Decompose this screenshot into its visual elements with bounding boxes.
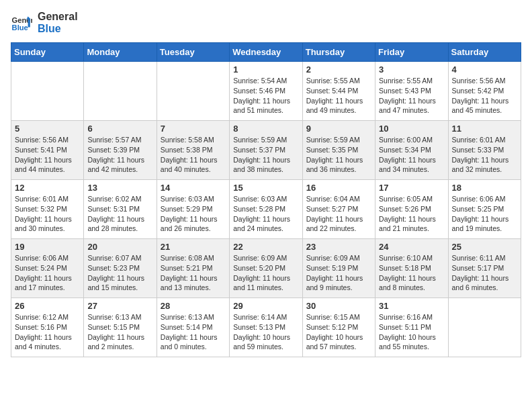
calendar-cell: 22Sunrise: 6:09 AMSunset: 5:20 PMDayligh… — [230, 239, 302, 298]
day-info: Sunrise: 6:07 AMSunset: 5:23 PMDaylight:… — [87, 253, 152, 293]
day-number: 17 — [379, 183, 444, 193]
day-number: 28 — [161, 301, 226, 311]
day-number: 25 — [452, 242, 517, 252]
calendar-cell: 2Sunrise: 5:55 AMSunset: 5:44 PMDaylight… — [302, 62, 375, 121]
day-number: 18 — [452, 183, 517, 193]
calendar-cell: 17Sunrise: 6:05 AMSunset: 5:26 PMDayligh… — [375, 180, 448, 239]
day-info: Sunrise: 5:55 AMSunset: 5:44 PMDaylight:… — [306, 76, 371, 116]
day-number: 9 — [306, 124, 371, 134]
day-info: Sunrise: 6:13 AMSunset: 5:15 PMDaylight:… — [87, 312, 152, 352]
logo-general: General — [38, 11, 78, 23]
day-info: Sunrise: 6:14 AMSunset: 5:13 PMDaylight:… — [233, 312, 298, 352]
day-number: 31 — [379, 301, 444, 311]
calendar-week-1: 5Sunrise: 5:56 AMSunset: 5:41 PMDaylight… — [11, 121, 521, 180]
day-number: 16 — [306, 183, 371, 193]
day-info: Sunrise: 6:06 AMSunset: 5:25 PMDaylight:… — [452, 194, 517, 234]
day-info: Sunrise: 6:03 AMSunset: 5:29 PMDaylight:… — [161, 194, 226, 234]
day-number: 3 — [379, 64, 444, 75]
calendar-cell — [448, 298, 521, 357]
logo: General Blue General Blue — [11, 11, 78, 34]
calendar-cell — [11, 62, 84, 121]
day-info: Sunrise: 5:55 AMSunset: 5:43 PMDaylight:… — [379, 76, 444, 116]
day-number: 7 — [161, 124, 226, 134]
day-number: 26 — [15, 301, 80, 311]
day-info: Sunrise: 6:10 AMSunset: 5:18 PMDaylight:… — [379, 253, 444, 293]
day-info: Sunrise: 6:08 AMSunset: 5:21 PMDaylight:… — [161, 253, 226, 293]
calendar-table: SundayMondayTuesdayWednesdayThursdayFrid… — [11, 42, 521, 357]
day-number: 30 — [306, 301, 371, 311]
day-info: Sunrise: 6:01 AMSunset: 5:33 PMDaylight:… — [452, 135, 517, 175]
calendar-cell: 14Sunrise: 6:03 AMSunset: 5:29 PMDayligh… — [157, 180, 229, 239]
day-info: Sunrise: 6:04 AMSunset: 5:27 PMDaylight:… — [306, 194, 371, 234]
calendar-cell: 16Sunrise: 6:04 AMSunset: 5:27 PMDayligh… — [302, 180, 375, 239]
day-info: Sunrise: 5:59 AMSunset: 5:37 PMDaylight:… — [233, 135, 298, 175]
day-info: Sunrise: 5:56 AMSunset: 5:42 PMDaylight:… — [452, 76, 517, 116]
day-number: 29 — [233, 301, 298, 311]
calendar-cell: 28Sunrise: 6:13 AMSunset: 5:14 PMDayligh… — [157, 298, 229, 357]
day-number: 20 — [87, 242, 152, 252]
day-info: Sunrise: 6:13 AMSunset: 5:14 PMDaylight:… — [161, 312, 226, 352]
day-number: 1 — [233, 64, 298, 75]
calendar-cell: 21Sunrise: 6:08 AMSunset: 5:21 PMDayligh… — [157, 239, 229, 298]
calendar-cell: 9Sunrise: 5:59 AMSunset: 5:35 PMDaylight… — [302, 121, 375, 180]
calendar-cell: 20Sunrise: 6:07 AMSunset: 5:23 PMDayligh… — [84, 239, 157, 298]
day-number: 13 — [87, 183, 152, 193]
col-header-saturday: Saturday — [448, 43, 521, 62]
calendar-cell: 1Sunrise: 5:54 AMSunset: 5:46 PMDaylight… — [230, 62, 302, 121]
day-info: Sunrise: 6:03 AMSunset: 5:28 PMDaylight:… — [233, 194, 298, 234]
day-number: 15 — [233, 183, 298, 193]
calendar-week-3: 19Sunrise: 6:06 AMSunset: 5:24 PMDayligh… — [11, 239, 521, 298]
calendar-week-0: 1Sunrise: 5:54 AMSunset: 5:46 PMDaylight… — [11, 62, 521, 121]
day-number: 4 — [452, 64, 517, 75]
calendar-cell: 26Sunrise: 6:12 AMSunset: 5:16 PMDayligh… — [11, 298, 84, 357]
calendar-cell: 13Sunrise: 6:02 AMSunset: 5:31 PMDayligh… — [84, 180, 157, 239]
day-info: Sunrise: 6:12 AMSunset: 5:16 PMDaylight:… — [15, 312, 80, 352]
col-header-sunday: Sunday — [11, 43, 84, 62]
calendar-cell: 6Sunrise: 5:57 AMSunset: 5:39 PMDaylight… — [84, 121, 157, 180]
calendar-cell: 25Sunrise: 6:11 AMSunset: 5:17 PMDayligh… — [448, 239, 521, 298]
day-info: Sunrise: 5:57 AMSunset: 5:39 PMDaylight:… — [87, 135, 152, 175]
calendar-week-4: 26Sunrise: 6:12 AMSunset: 5:16 PMDayligh… — [11, 298, 521, 357]
calendar-cell: 10Sunrise: 6:00 AMSunset: 5:34 PMDayligh… — [375, 121, 448, 180]
day-number: 22 — [233, 242, 298, 252]
day-number: 19 — [15, 242, 80, 252]
calendar-cell: 11Sunrise: 6:01 AMSunset: 5:33 PMDayligh… — [448, 121, 521, 180]
day-info: Sunrise: 5:58 AMSunset: 5:38 PMDaylight:… — [161, 135, 226, 175]
col-header-monday: Monday — [84, 43, 157, 62]
day-number: 5 — [15, 124, 80, 134]
calendar-cell: 19Sunrise: 6:06 AMSunset: 5:24 PMDayligh… — [11, 239, 84, 298]
calendar-week-2: 12Sunrise: 6:01 AMSunset: 5:32 PMDayligh… — [11, 180, 521, 239]
logo-icon: General Blue — [11, 12, 32, 34]
day-info: Sunrise: 6:01 AMSunset: 5:32 PMDaylight:… — [15, 194, 80, 234]
calendar-cell: 15Sunrise: 6:03 AMSunset: 5:28 PMDayligh… — [230, 180, 302, 239]
calendar-cell: 31Sunrise: 6:16 AMSunset: 5:11 PMDayligh… — [375, 298, 448, 357]
day-info: Sunrise: 6:16 AMSunset: 5:11 PMDaylight:… — [379, 312, 444, 352]
calendar-cell: 5Sunrise: 5:56 AMSunset: 5:41 PMDaylight… — [11, 121, 84, 180]
day-number: 11 — [452, 124, 517, 134]
page-header: General Blue General Blue — [11, 11, 521, 34]
calendar-cell: 7Sunrise: 5:58 AMSunset: 5:38 PMDaylight… — [157, 121, 229, 180]
day-number: 24 — [379, 242, 444, 252]
day-info: Sunrise: 6:09 AMSunset: 5:19 PMDaylight:… — [306, 253, 371, 293]
day-info: Sunrise: 5:54 AMSunset: 5:46 PMDaylight:… — [233, 76, 298, 116]
calendar-cell: 18Sunrise: 6:06 AMSunset: 5:25 PMDayligh… — [448, 180, 521, 239]
day-number: 8 — [233, 124, 298, 134]
day-info: Sunrise: 5:59 AMSunset: 5:35 PMDaylight:… — [306, 135, 371, 175]
calendar-cell — [157, 62, 229, 121]
calendar-cell: 29Sunrise: 6:14 AMSunset: 5:13 PMDayligh… — [230, 298, 302, 357]
calendar-cell: 27Sunrise: 6:13 AMSunset: 5:15 PMDayligh… — [84, 298, 157, 357]
calendar-cell: 8Sunrise: 5:59 AMSunset: 5:37 PMDaylight… — [230, 121, 302, 180]
day-number: 14 — [161, 183, 226, 193]
calendar-cell: 24Sunrise: 6:10 AMSunset: 5:18 PMDayligh… — [375, 239, 448, 298]
col-header-friday: Friday — [375, 43, 448, 62]
day-info: Sunrise: 6:11 AMSunset: 5:17 PMDaylight:… — [452, 253, 517, 293]
calendar-cell: 12Sunrise: 6:01 AMSunset: 5:32 PMDayligh… — [11, 180, 84, 239]
calendar-cell: 23Sunrise: 6:09 AMSunset: 5:19 PMDayligh… — [302, 239, 375, 298]
day-info: Sunrise: 6:09 AMSunset: 5:20 PMDaylight:… — [233, 253, 298, 293]
day-info: Sunrise: 6:06 AMSunset: 5:24 PMDaylight:… — [15, 253, 80, 293]
day-info: Sunrise: 6:05 AMSunset: 5:26 PMDaylight:… — [379, 194, 444, 234]
calendar-cell: 30Sunrise: 6:15 AMSunset: 5:12 PMDayligh… — [302, 298, 375, 357]
day-info: Sunrise: 6:00 AMSunset: 5:34 PMDaylight:… — [379, 135, 444, 175]
calendar-cell — [84, 62, 157, 121]
calendar-cell: 4Sunrise: 5:56 AMSunset: 5:42 PMDaylight… — [448, 62, 521, 121]
